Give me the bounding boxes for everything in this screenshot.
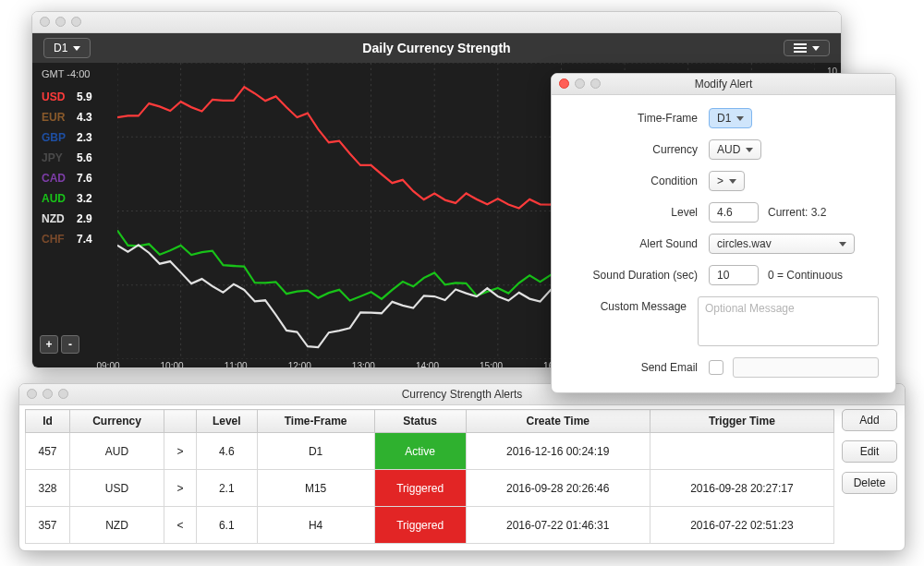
legend-code: EUR	[42, 111, 71, 124]
x-tick: 14:00	[416, 361, 439, 368]
currency-dropdown[interactable]: AUD	[709, 139, 761, 160]
legend-code: CAD	[42, 172, 71, 185]
legend-value: 7.6	[77, 172, 92, 185]
x-tick: 12:00	[288, 361, 311, 368]
condition-dropdown[interactable]: >	[709, 171, 745, 191]
cell-currency: NZD	[70, 507, 164, 544]
currency-label: Currency	[568, 143, 709, 156]
close-icon[interactable]	[559, 78, 569, 89]
cell-status: Active	[374, 433, 466, 470]
table-row[interactable]: 457AUD>4.6D1Active2016-12-16 00:24:19	[26, 433, 834, 470]
delete-button[interactable]: Delete	[842, 472, 897, 494]
alert-sound-label: Alert Sound	[568, 237, 709, 250]
cell-level: 6.1	[196, 507, 257, 544]
cell-id: 328	[26, 470, 70, 507]
cell-currency: USD	[70, 470, 164, 507]
legend-gbp[interactable]: GBP2.3	[42, 131, 117, 144]
legend-chf[interactable]: CHF7.4	[42, 233, 117, 246]
edit-button[interactable]: Edit	[842, 440, 897, 463]
minimize-icon[interactable]	[575, 78, 585, 89]
col-5[interactable]: Status	[374, 410, 466, 433]
legend-cad[interactable]: CAD7.6	[42, 172, 117, 185]
zoom-icon[interactable]	[590, 78, 601, 89]
sound-duration-label: Sound Duration (sec)	[568, 269, 709, 282]
send-email-label: Send Email	[568, 361, 709, 374]
table-body[interactable]: 457AUD>4.6D1Active2016-12-16 00:24:19328…	[26, 433, 834, 544]
legend-value: 5.6	[77, 151, 92, 164]
alerts-table[interactable]: IdCurrencyLevelTime-FrameStatusCreate Ti…	[25, 409, 834, 544]
legend-eur[interactable]: EUR4.3	[42, 111, 117, 124]
cell-cond: >	[164, 433, 196, 470]
col-1[interactable]: Currency	[70, 410, 164, 433]
close-icon[interactable]	[40, 17, 50, 27]
cell-level: 2.1	[196, 470, 257, 507]
chevron-down-icon	[736, 116, 744, 121]
col-3[interactable]: Level	[196, 410, 257, 433]
timeframe-value: D1	[717, 112, 731, 125]
cell-trigger	[650, 433, 833, 470]
table-row[interactable]: 328USD>2.1M15Triggered2016-09-28 20:26:4…	[26, 470, 834, 507]
cell-id: 357	[26, 507, 70, 544]
dialog-title-bar: Modify Alert	[552, 74, 895, 95]
email-input[interactable]	[733, 357, 879, 378]
cell-status: Triggered	[374, 507, 466, 544]
zoom-in-button[interactable]: +	[40, 335, 58, 354]
current-level-label: Current: 3.2	[768, 206, 826, 219]
minimize-icon[interactable]	[55, 17, 66, 27]
alerts-title: Currency Strength Alerts	[402, 388, 523, 401]
level-input[interactable]: 4.6	[709, 202, 759, 223]
chart-legend-panel: GMT -4:00 USD5.9EUR4.3GBP2.3JPY5.6CAD7.6…	[32, 63, 117, 359]
col-7[interactable]: Trigger Time	[650, 410, 833, 433]
x-tick: 09:00	[96, 361, 119, 368]
currency-value: AUD	[717, 143, 740, 156]
legend-value: 5.9	[77, 90, 92, 103]
x-tick: 13:00	[352, 361, 375, 368]
legend-code: GBP	[42, 131, 71, 144]
minimize-icon[interactable]	[43, 389, 53, 399]
cell-status: Triggered	[374, 470, 466, 507]
continuous-hint: 0 = Continuous	[768, 269, 843, 282]
level-label: Level	[568, 206, 709, 219]
legend-aud[interactable]: AUD3.2	[42, 192, 117, 205]
cell-cond: <	[164, 507, 196, 544]
sound-duration-input[interactable]: 10	[709, 265, 759, 285]
x-tick: 15:00	[480, 361, 503, 368]
send-email-checkbox[interactable]	[709, 360, 723, 375]
cell-id: 457	[26, 433, 70, 470]
cell-trigger: 2016-09-28 20:27:17	[650, 470, 833, 507]
legend-code: USD	[42, 90, 71, 103]
legend-jpy[interactable]: JPY5.6	[42, 151, 117, 164]
x-tick: 10:00	[161, 361, 184, 368]
condition-value: >	[717, 175, 723, 187]
alert-sound-value: circles.wav	[717, 237, 772, 250]
col-4[interactable]: Time-Frame	[257, 410, 374, 433]
custom-message-label: Custom Message	[568, 296, 698, 313]
zoom-icon[interactable]	[58, 389, 68, 399]
legend-nzd[interactable]: NZD2.9	[42, 212, 117, 225]
chevron-down-icon	[746, 148, 753, 152]
timeframe-dropdown[interactable]: D1	[709, 108, 752, 128]
chevron-down-icon	[839, 242, 846, 247]
col-0[interactable]: Id	[26, 410, 70, 433]
close-icon[interactable]	[27, 389, 37, 399]
chart-toolbar: D1 Daily Currency Strength	[32, 33, 841, 63]
x-tick: 11:00	[225, 361, 248, 368]
col-2[interactable]	[164, 410, 196, 433]
custom-message-input[interactable]: Optional Message	[698, 296, 879, 346]
cell-create: 2016-09-28 20:26:46	[466, 470, 650, 507]
cell-tf: D1	[257, 433, 374, 470]
legend-value: 4.3	[77, 111, 92, 124]
cell-create: 2016-12-16 00:24:19	[466, 433, 650, 470]
alert-sound-dropdown[interactable]: circles.wav	[709, 234, 855, 254]
legend-value: 3.2	[77, 192, 92, 205]
zoom-out-button[interactable]: -	[61, 335, 79, 354]
legend-usd[interactable]: USD5.9	[42, 90, 117, 103]
col-6[interactable]: Create Time	[466, 410, 650, 433]
table-row[interactable]: 357NZD<6.1H4Triggered2016-07-22 01:46:31…	[26, 507, 834, 544]
legend-value: 7.4	[77, 233, 92, 246]
chevron-down-icon	[729, 179, 736, 184]
add-button[interactable]: Add	[842, 409, 897, 431]
zoom-icon[interactable]	[71, 17, 81, 27]
cell-currency: AUD	[70, 433, 164, 470]
cell-create: 2016-07-22 01:46:31	[466, 507, 650, 544]
